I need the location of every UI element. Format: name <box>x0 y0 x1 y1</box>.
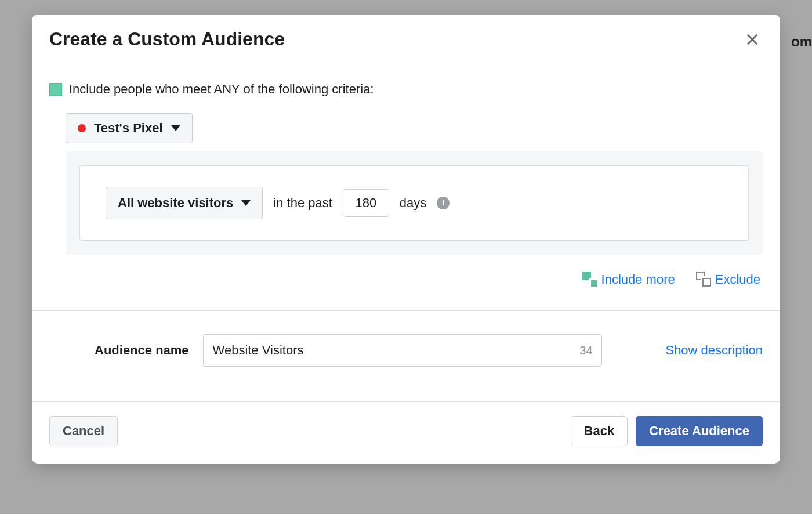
visitors-dropdown[interactable]: All website visitors <box>106 187 263 219</box>
days-label: days <box>400 196 426 211</box>
modal-footer: Cancel Back Create Audience <box>32 402 780 464</box>
days-input[interactable] <box>343 189 389 217</box>
exclude-label: Exclude <box>715 272 760 287</box>
chevron-down-icon <box>171 125 180 131</box>
include-more-label: Include more <box>601 272 675 287</box>
close-button[interactable] <box>742 29 763 50</box>
modal-body: Include people who meet ANY of the follo… <box>32 64 780 311</box>
past-label: in the past <box>273 196 332 211</box>
backdrop-partial-text: om <box>791 34 812 50</box>
show-description-link[interactable]: Show description <box>665 343 763 358</box>
criteria-include-icon <box>49 83 62 96</box>
pixel-dropdown-label: Test's Pixel <box>94 121 163 136</box>
audience-name-section: Audience name 34 Show description <box>32 311 780 402</box>
include-more-icon <box>585 274 596 285</box>
visitors-dropdown-label: All website visitors <box>118 196 233 211</box>
create-audience-button[interactable]: Create Audience <box>636 416 763 446</box>
footer-right-buttons: Back Create Audience <box>571 416 763 446</box>
cancel-button[interactable]: Cancel <box>49 416 118 446</box>
include-more-link[interactable]: Include more <box>585 272 675 287</box>
modal-header: Create a Custom Audience <box>32 15 780 64</box>
criteria-container: All website visitors in the past days i <box>66 151 763 255</box>
audience-name-input-wrap: 34 <box>203 334 602 367</box>
audience-name-input[interactable] <box>203 334 602 367</box>
modal-title: Create a Custom Audience <box>49 28 285 50</box>
close-icon <box>744 31 760 48</box>
chevron-down-icon <box>241 200 251 206</box>
pixel-dropdown[interactable]: Test's Pixel <box>66 113 193 143</box>
exclude-link[interactable]: Exclude <box>698 272 760 287</box>
action-links-row: Include more Exclude <box>49 272 763 287</box>
create-custom-audience-modal: Create a Custom Audience Include people … <box>32 15 780 464</box>
criteria-header-text: Include people who meet ANY of the follo… <box>69 82 374 97</box>
audience-name-label: Audience name <box>95 343 189 358</box>
exclude-icon <box>698 274 710 285</box>
criteria-header: Include people who meet ANY of the follo… <box>49 82 763 97</box>
info-icon[interactable]: i <box>437 197 449 209</box>
criteria-rule-row: All website visitors in the past days i <box>79 165 749 241</box>
audience-name-counter: 34 <box>579 344 592 357</box>
back-button[interactable]: Back <box>571 416 628 446</box>
pixel-status-dot-icon <box>78 124 86 132</box>
